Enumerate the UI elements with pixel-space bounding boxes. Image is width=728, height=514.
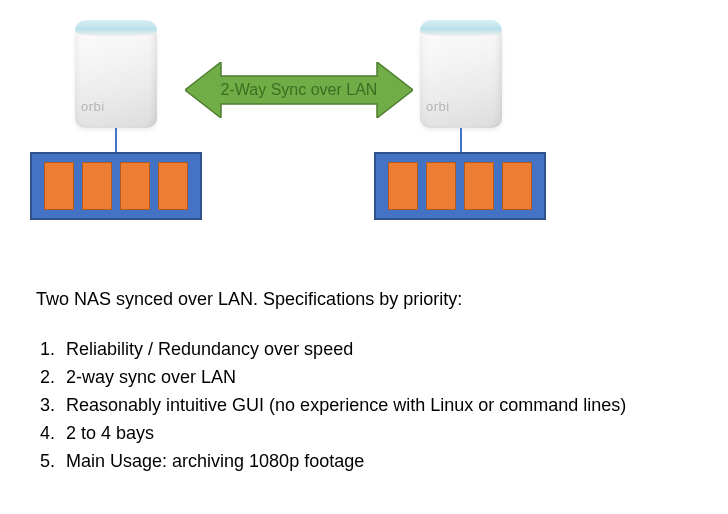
- spec-item: 2-way sync over LAN: [60, 364, 696, 390]
- spec-heading: Two NAS synced over LAN. Specifications …: [36, 286, 696, 312]
- spec-item: Reasonably intuitive GUI (no experience …: [60, 392, 696, 418]
- nas-enclosure-left: [30, 152, 202, 220]
- spec-item: 2 to 4 bays: [60, 420, 696, 446]
- drive-bay: [426, 162, 456, 210]
- drive-bay: [158, 162, 188, 210]
- router-top-light: [75, 20, 157, 36]
- router-top-light: [420, 20, 502, 36]
- router-brand-label: orbi: [426, 99, 450, 114]
- drive-bay: [464, 162, 494, 210]
- two-way-arrow: 2-Way Sync over LAN: [185, 62, 413, 118]
- router-device-left: orbi: [75, 20, 157, 128]
- connector-line-left: [115, 128, 117, 152]
- text-section: Two NAS synced over LAN. Specifications …: [36, 286, 696, 477]
- connector-line-right: [460, 128, 462, 152]
- nas-enclosure-right: [374, 152, 546, 220]
- diagram-area: orbi orbi 2-Way Sync over LAN: [0, 0, 728, 245]
- svg-marker-0: [185, 62, 413, 118]
- drive-bay: [388, 162, 418, 210]
- arrow-icon: [185, 62, 413, 118]
- drive-bay: [120, 162, 150, 210]
- router-device-right: orbi: [420, 20, 502, 128]
- router-brand-label: orbi: [81, 99, 105, 114]
- spec-item: Main Usage: archiving 1080p footage: [60, 448, 696, 474]
- drive-bay: [502, 162, 532, 210]
- spec-list: Reliability / Redundancy over speed 2-wa…: [36, 336, 696, 474]
- drive-bay: [82, 162, 112, 210]
- spec-item: Reliability / Redundancy over speed: [60, 336, 696, 362]
- drive-bay: [44, 162, 74, 210]
